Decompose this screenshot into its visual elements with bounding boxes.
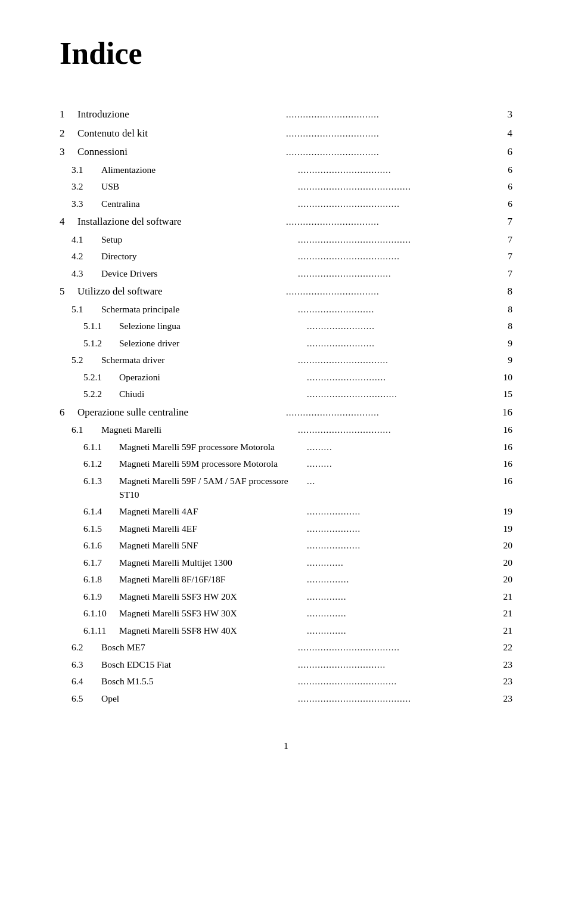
list-item: 6Operazione sulle centraline ...........…: [60, 405, 512, 420]
entry-label: Contenuto del kit: [77, 126, 285, 141]
entry-label: Operazioni: [119, 370, 306, 384]
entry-page: 6: [495, 144, 512, 160]
entry-number: 2: [60, 126, 77, 141]
entry-dots: ...................: [306, 539, 495, 553]
entry-dots: ........................................: [297, 180, 495, 194]
entry-number: 6.3: [60, 658, 101, 671]
entry-number: 5.1.1: [60, 319, 119, 333]
entry-number: 6.1.4: [60, 504, 119, 518]
entry-label: Magneti Marelli 4EF: [119, 522, 306, 535]
list-item: 4.3Device Drivers ......................…: [60, 266, 512, 281]
entry-label: Opel: [101, 692, 297, 705]
entry-dots: ....................................: [297, 197, 495, 211]
list-item: 6.1.4Magneti Marelli 4AF ...............…: [60, 504, 512, 519]
list-item: 3.1Alimentazione .......................…: [60, 163, 512, 177]
entry-number: 4.1: [60, 232, 101, 246]
entry-number: 6.1.1: [60, 440, 119, 454]
entry-dots: ....................................: [297, 250, 495, 263]
entry-number: 6.1.8: [60, 572, 119, 586]
entry-dots: .................................: [297, 163, 495, 177]
entry-dots: ...................: [306, 522, 495, 536]
entry-page: 19: [495, 522, 512, 535]
entry-number: 5.2: [60, 353, 101, 367]
entry-label: Magneti Marelli Multijet 1300: [119, 556, 306, 569]
entry-number: 5.1: [60, 302, 101, 316]
list-item: 3.2USB .................................…: [60, 179, 512, 194]
list-item: 4Installazione del software ............…: [60, 214, 512, 230]
list-item: 5.1.2Selezione driver ..................…: [60, 336, 512, 351]
list-item: 6.1.9Magneti Marelli 5SF3 HW 20X .......…: [60, 590, 512, 604]
entry-number: 4: [60, 214, 77, 230]
entry-number: 3.1: [60, 163, 101, 176]
entry-label: Device Drivers: [101, 266, 297, 280]
entry-label: Selezione lingua: [119, 319, 306, 333]
entry-number: 6.1.10: [60, 606, 119, 620]
entry-number: 1: [60, 107, 77, 122]
page-footer: 1: [60, 741, 512, 751]
entry-dots: ........................................: [297, 692, 495, 706]
entry-number: 6.1.3: [60, 474, 119, 488]
entry-dots: .........: [306, 441, 495, 454]
entry-label: Magneti Marelli 4AF: [119, 504, 306, 518]
entry-number: 5.2.2: [60, 387, 119, 401]
entry-page: 20: [495, 556, 512, 569]
list-item: 6.1.8Magneti Marelli 8F/16F/18F ........…: [60, 572, 512, 587]
entry-page: 9: [495, 336, 512, 350]
entry-label: Utilizzo del software: [77, 284, 285, 299]
entry-page: 16: [495, 405, 512, 420]
entry-number: 6.5: [60, 692, 101, 705]
entry-page: 20: [495, 572, 512, 586]
entry-label: Chiudi: [119, 387, 306, 401]
list-item: 6.1.3Magneti Marelli 59F / 5AM / 5AF pro…: [60, 474, 512, 502]
entry-page: 7: [495, 214, 512, 230]
entry-page: 23: [495, 692, 512, 705]
table-of-contents: 1Introduzione ..........................…: [60, 107, 512, 705]
entry-dots: .................................: [285, 108, 495, 122]
list-item: 4.2Directory ...........................…: [60, 249, 512, 263]
list-item: 6.1.10Magneti Marelli 5SF3 HW 30X ......…: [60, 606, 512, 621]
entry-label: Magneti Marelli 5SF3 HW 30X: [119, 606, 306, 620]
entry-number: 6.1.2: [60, 457, 119, 470]
entry-label: Magneti Marelli 59M processore Motorola: [119, 457, 306, 470]
entry-page: 8: [495, 302, 512, 316]
entry-page: 8: [495, 284, 512, 299]
entry-page: 6: [495, 197, 512, 210]
list-item: 6.1.5Magneti Marelli 4EF ...............…: [60, 522, 512, 536]
entry-dots: ..............: [306, 590, 495, 604]
entry-page: 20: [495, 538, 512, 552]
entry-dots: ........................: [306, 320, 495, 333]
entry-dots: .........: [306, 457, 495, 471]
entry-page: 21: [495, 606, 512, 620]
list-item: 2Contenuto del kit .....................…: [60, 126, 512, 141]
entry-dots: ................................: [306, 387, 495, 401]
entry-number: 6.1.6: [60, 538, 119, 552]
entry-dots: ............................: [306, 371, 495, 385]
entry-label: Selezione driver: [119, 336, 306, 350]
list-item: 6.1.1Magneti Marelli 59F processore Moto…: [60, 440, 512, 454]
entry-dots: .................................: [285, 145, 495, 159]
entry-number: 6.1.5: [60, 522, 119, 535]
entry-label: Connessioni: [77, 144, 285, 160]
entry-number: 4.3: [60, 266, 101, 280]
list-item: 6.1.7Magneti Marelli Multijet 1300 .....…: [60, 556, 512, 570]
entry-dots: ...: [306, 475, 495, 488]
entry-page: 6: [495, 179, 512, 193]
entry-page: 7: [495, 232, 512, 246]
entry-dots: ....................................: [297, 641, 495, 655]
list-item: 6.5Opel ................................…: [60, 692, 512, 706]
entry-page: 3: [495, 107, 512, 122]
list-item: 6.2Bosch ME7 ...........................…: [60, 640, 512, 655]
entry-page: 10: [495, 370, 512, 384]
entry-label: Bosch ME7: [101, 640, 297, 654]
entry-dots: ........................................: [297, 233, 495, 247]
entry-page: 21: [495, 624, 512, 637]
entry-label: Magneti Marelli 59F processore Motorola: [119, 440, 306, 454]
entry-page: 16: [495, 474, 512, 488]
list-item: 3.3Centralina ..........................…: [60, 197, 512, 211]
list-item: 6.1Magneti Marelli .....................…: [60, 423, 512, 437]
list-item: 6.1.6Magneti Marelli 5NF ...............…: [60, 538, 512, 553]
entry-label: Alimentazione: [101, 163, 297, 176]
entry-label: Magneti Marelli 8F/16F/18F: [119, 572, 306, 586]
entry-label: Installazione del software: [77, 214, 285, 230]
entry-dots: ...........................: [297, 303, 495, 317]
